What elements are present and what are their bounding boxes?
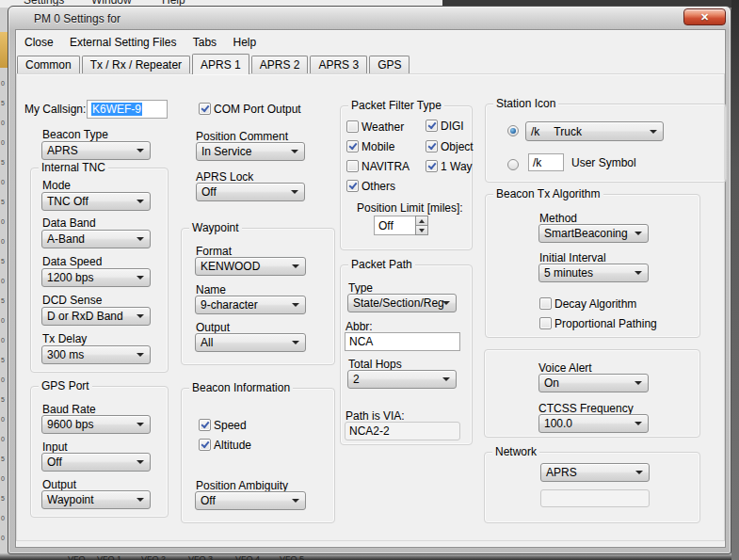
dropdown-arrow-icon xyxy=(137,237,144,241)
path-type-select[interactable]: State/Section/Reg xyxy=(347,294,457,312)
data-band-select[interactable]: A-Band xyxy=(41,230,151,248)
data-band-label: Data Band xyxy=(42,217,96,230)
dropdown-arrow-icon xyxy=(291,150,298,153)
total-hops-select[interactable]: 2 xyxy=(347,370,457,389)
mobile-checkbox[interactable] xyxy=(346,140,359,152)
speed-checkbox[interactable] xyxy=(199,419,211,431)
gps-output-select[interactable]: Waypoint xyxy=(41,490,151,509)
network-extra-field xyxy=(540,489,650,507)
waypoint-output-select[interactable]: All xyxy=(195,333,306,352)
dropdown-arrow-icon xyxy=(292,303,299,307)
aprs-lock-select[interactable]: Off xyxy=(196,183,305,201)
digi-checkbox[interactable] xyxy=(426,120,438,132)
position-limit-value: Off xyxy=(378,219,394,232)
tab-common[interactable]: Common xyxy=(17,56,80,73)
station-icon-radio[interactable] xyxy=(507,125,519,136)
gps-port-title: GPS Port xyxy=(39,380,92,392)
object-checkbox[interactable] xyxy=(426,140,438,152)
dcd-sense-value: D or RxD Band xyxy=(47,310,123,323)
dialog-menubar: Close External Setting Files Tabs Help xyxy=(18,33,263,52)
mode-select[interactable]: TNC Off xyxy=(41,192,151,211)
dropdown-arrow-icon xyxy=(442,377,450,381)
network-select[interactable]: APRS xyxy=(540,463,650,482)
tab-aprs-3[interactable]: APRS 3 xyxy=(310,56,367,73)
menu-help[interactable]: Help xyxy=(226,33,263,52)
voice-alert-value: On xyxy=(544,376,559,390)
baud-rate-select[interactable]: 9600 bps xyxy=(41,415,151,434)
menu-tabs[interactable]: Tabs xyxy=(186,33,223,52)
beacon-type-select[interactable]: APRS xyxy=(41,141,151,160)
spin-up-button[interactable] xyxy=(415,216,428,226)
station-icon-select[interactable]: /k Truck xyxy=(525,121,664,141)
position-comment-select[interactable]: In Service xyxy=(196,142,305,161)
tab-aprs-2[interactable]: APRS 2 xyxy=(251,56,309,73)
total-hops-value: 2 xyxy=(353,373,360,386)
screen: Settings Window Help 0 5 0 0 5 0 5 0 0 5… xyxy=(0,0,739,560)
one-way-checkbox[interactable] xyxy=(426,160,438,172)
spin-down-button[interactable] xyxy=(415,226,428,235)
waypoint-format-select[interactable]: KENWOOD xyxy=(195,257,306,276)
position-limit-spinner xyxy=(415,216,428,235)
beacon-type-value: APRS xyxy=(47,144,78,157)
navitra-label: NAVITRA xyxy=(361,161,410,173)
station-icon-code: /k xyxy=(531,125,539,138)
weather-checkbox[interactable] xyxy=(346,120,359,133)
vfo-tab[interactable]: VFO xyxy=(68,554,86,560)
proportional-pathing-checkbox[interactable] xyxy=(539,317,552,329)
mode-label: Mode xyxy=(42,180,71,192)
ctcss-frequency-select[interactable]: 100.0 xyxy=(538,414,649,433)
position-ambiguity-select[interactable]: Off xyxy=(195,491,306,510)
vfo-tab[interactable]: VFO 1 xyxy=(97,554,121,560)
com-port-output-checkbox[interactable] xyxy=(199,103,211,115)
dropdown-arrow-icon xyxy=(137,498,144,502)
dropdown-arrow-icon xyxy=(635,271,642,275)
tab-gps[interactable]: GPS xyxy=(369,56,410,73)
menu-external-setting-files[interactable]: External Setting Files xyxy=(63,33,183,52)
data-band-value: A-Band xyxy=(47,232,85,246)
waypoint-name-select[interactable]: 9-character xyxy=(195,296,306,314)
vfo-tab[interactable]: VFO 5 xyxy=(280,554,304,560)
my-callsign-input[interactable]: K6WEF-9 xyxy=(87,100,168,119)
position-limit-label: Position Limit [miles]: xyxy=(357,202,463,215)
initial-interval-value: 5 minutes xyxy=(544,266,593,280)
close-button[interactable]: ✕ xyxy=(683,8,726,25)
parent-window-right-edge xyxy=(731,0,739,560)
dialog-titlebar[interactable]: PM 0 Settings for ✕ xyxy=(8,7,731,29)
gps-input-select[interactable]: Off xyxy=(41,453,151,472)
method-select[interactable]: SmartBeaconing xyxy=(538,224,649,243)
tab-tx-rx-repeater[interactable]: Tx / Rx / Repeater xyxy=(82,56,190,73)
object-label: Object xyxy=(441,141,474,153)
voice-alert-select[interactable]: On xyxy=(538,374,649,392)
vfo-tab[interactable]: VFO 2 xyxy=(141,554,166,560)
menu-close[interactable]: Close xyxy=(18,33,60,52)
dropdown-arrow-icon xyxy=(650,130,657,134)
dropdown-arrow-icon xyxy=(137,200,144,203)
data-speed-select[interactable]: 1200 bps xyxy=(41,268,151,287)
user-symbol-input[interactable]: /k xyxy=(528,153,564,171)
others-label: Others xyxy=(361,181,395,193)
waypoint-name-value: 9-character xyxy=(201,298,258,312)
dropdown-arrow-icon xyxy=(635,381,642,385)
initial-interval-select[interactable]: 5 minutes xyxy=(538,264,649,282)
abbr-input[interactable]: NCA xyxy=(345,332,460,351)
navitra-checkbox[interactable] xyxy=(346,160,359,172)
my-callsign-value: K6WEF-9 xyxy=(91,103,142,116)
position-limit-input[interactable]: Off xyxy=(374,216,416,235)
tab-strip: Common Tx / Rx / Repeater APRS 1 APRS 2 … xyxy=(17,54,411,73)
dialog-body: Close External Setting Files Tabs Help C… xyxy=(15,29,726,548)
tab-aprs-1[interactable]: APRS 1 xyxy=(192,54,249,74)
user-symbol-radio[interactable] xyxy=(507,159,519,170)
aprs1-tab-page: My Callsign: K6WEF-9 Beacon Type APRS In… xyxy=(16,73,725,541)
others-checkbox[interactable] xyxy=(346,180,359,192)
vfo-tab[interactable]: VFO 3 xyxy=(188,554,213,560)
pm-settings-dialog: PM 0 Settings for ✕ Close External Setti… xyxy=(8,6,731,554)
tx-delay-select[interactable]: 300 ms xyxy=(41,345,151,364)
altitude-checkbox[interactable] xyxy=(199,439,211,451)
gps-input-value: Off xyxy=(47,456,62,469)
abbr-value: NCA xyxy=(349,335,373,348)
station-icon-name: Truck xyxy=(554,125,582,138)
decay-algorithm-checkbox[interactable] xyxy=(539,297,552,310)
dropdown-arrow-icon xyxy=(292,341,299,344)
dcd-sense-select[interactable]: D or RxD Band xyxy=(41,307,151,326)
vfo-tab[interactable]: VFO 4 xyxy=(235,554,260,560)
